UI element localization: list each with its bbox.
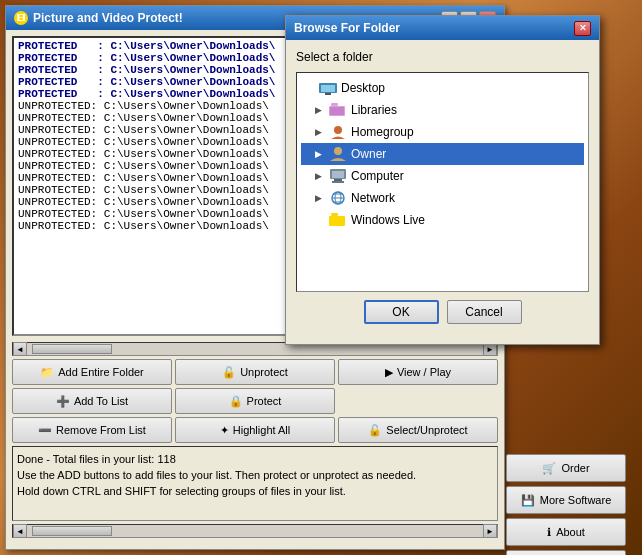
add-to-list-button[interactable]: ➕ Add To List xyxy=(12,388,172,414)
dialog-body: Select a folder Desktop ▶ xyxy=(286,40,599,334)
bottom-scrollbar-track xyxy=(27,526,483,536)
tree-item-network-label: Network xyxy=(351,191,395,205)
exit-button[interactable]: ✔ Exit xyxy=(506,550,626,555)
about-button[interactable]: ℹ About xyxy=(506,518,626,546)
svg-rect-5 xyxy=(330,107,344,115)
view-play-icon: ▶ xyxy=(385,366,393,379)
protect-icon: 🔒 xyxy=(229,395,243,408)
svg-rect-2 xyxy=(325,93,331,95)
title-bar-left: 🎞 Picture and Video Protect! xyxy=(14,11,183,25)
windows-live-icon xyxy=(329,212,347,228)
tree-item-desktop[interactable]: Desktop xyxy=(301,77,584,99)
button-row-3: ➖ Remove From List ✦ Highlight All 🔓 Sel… xyxy=(12,417,498,443)
tree-item-computer-label: Computer xyxy=(351,169,404,183)
tree-item-windowslive-label: Windows Live xyxy=(351,213,425,227)
unprotect-button[interactable]: 🔓 Unprotect xyxy=(175,359,335,385)
order-icon: 🛒 xyxy=(542,462,556,475)
svg-rect-11 xyxy=(332,181,344,183)
dialog-label: Select a folder xyxy=(296,50,589,64)
bottom-scrollbar-thumb[interactable] xyxy=(32,526,112,536)
highlight-all-button[interactable]: ✦ Highlight All xyxy=(175,417,335,443)
tree-item-homegroup-label: Homegroup xyxy=(351,125,414,139)
libraries-icon xyxy=(329,102,347,118)
folder-tree[interactable]: Desktop ▶ Libraries ▶ xyxy=(296,72,589,292)
tree-arrow: ▶ xyxy=(315,105,325,115)
more-software-button[interactable]: 💾 More Software xyxy=(506,486,626,514)
about-icon: ℹ xyxy=(547,526,551,539)
button-row-1: 📁 Add Entire Folder 🔓 Unprotect ▶ View /… xyxy=(12,359,498,385)
svg-rect-1 xyxy=(321,85,335,92)
tree-arrow: ▶ xyxy=(315,171,325,181)
tree-item-owner[interactable]: ▶ Owner xyxy=(301,143,584,165)
scrollbar-thumb[interactable] xyxy=(32,344,112,354)
window-title: Picture and Video Protect! xyxy=(33,11,183,25)
folder-add-icon: 📁 xyxy=(40,366,54,379)
tree-item-network[interactable]: ▶ Network xyxy=(301,187,584,209)
tree-item-computer[interactable]: ▶ Computer xyxy=(301,165,584,187)
tree-item-owner-label: Owner xyxy=(351,147,386,161)
select-unprotect-button[interactable]: 🔓 Select/Unprotect xyxy=(338,417,498,443)
owner-icon xyxy=(329,146,347,162)
bottom-scroll-left-arrow[interactable]: ◄ xyxy=(13,524,27,538)
tree-arrow: ▶ xyxy=(315,149,325,159)
svg-rect-10 xyxy=(334,179,342,181)
tree-arrow: ▶ xyxy=(315,127,325,137)
tree-item-libraries-label: Libraries xyxy=(351,103,397,117)
computer-icon xyxy=(329,168,347,184)
app-icon: 🎞 xyxy=(14,11,28,25)
tree-item-homegroup[interactable]: ▶ Homegroup xyxy=(301,121,584,143)
svg-point-6 xyxy=(334,126,342,134)
desktop-icon xyxy=(319,80,337,96)
bottom-horizontal-scrollbar[interactable]: ◄ ► xyxy=(12,524,498,538)
network-icon xyxy=(329,190,347,206)
dialog-title-bar: Browse For Folder ✕ xyxy=(286,16,599,40)
scroll-left-arrow[interactable]: ◄ xyxy=(13,342,27,356)
select-icon: 🔓 xyxy=(368,424,382,437)
tree-item-desktop-label: Desktop xyxy=(341,81,385,95)
homegroup-icon xyxy=(329,124,347,140)
dialog-ok-button[interactable]: OK xyxy=(364,300,439,324)
status-line-3: Hold down CTRL and SHIFT for selecting g… xyxy=(17,483,493,499)
dialog-footer: OK Cancel xyxy=(296,300,589,324)
highlight-icon: ✦ xyxy=(220,424,229,437)
svg-point-7 xyxy=(334,147,342,155)
button-row-2: ➕ Add To List 🔒 Protect xyxy=(12,388,498,414)
dialog-close-button[interactable]: ✕ xyxy=(574,21,591,36)
remove-icon: ➖ xyxy=(38,424,52,437)
svg-rect-18 xyxy=(331,213,338,216)
scrollbar-track xyxy=(27,344,483,354)
more-software-icon: 💾 xyxy=(521,494,535,507)
status-area: Done - Total files in your list: 118 Use… xyxy=(12,446,498,521)
order-button[interactable]: 🛒 Order xyxy=(506,454,626,482)
tree-arrow: ▶ xyxy=(315,193,325,203)
svg-rect-17 xyxy=(329,216,345,226)
add-entire-folder-button[interactable]: 📁 Add Entire Folder xyxy=(12,359,172,385)
tree-item-libraries[interactable]: ▶ Libraries xyxy=(301,99,584,121)
svg-rect-4 xyxy=(331,103,338,106)
protect-button[interactable]: 🔒 Protect xyxy=(175,388,335,414)
status-line-1: Done - Total files in your list: 118 xyxy=(17,451,493,467)
svg-rect-9 xyxy=(332,171,344,178)
dialog-cancel-button[interactable]: Cancel xyxy=(447,300,522,324)
view-play-button[interactable]: ▶ View / Play xyxy=(338,359,498,385)
dialog-title: Browse For Folder xyxy=(294,21,400,35)
browse-folder-dialog: Browse For Folder ✕ Select a folder Desk… xyxy=(285,15,600,345)
unprotect-icon: 🔓 xyxy=(222,366,236,379)
status-line-2: Use the ADD buttons to add files to your… xyxy=(17,467,493,483)
add-icon: ➕ xyxy=(56,395,70,408)
remove-from-list-button[interactable]: ➖ Remove From List xyxy=(12,417,172,443)
bottom-scroll-right-arrow[interactable]: ► xyxy=(483,524,497,538)
tree-item-windowslive[interactable]: Windows Live xyxy=(301,209,584,231)
